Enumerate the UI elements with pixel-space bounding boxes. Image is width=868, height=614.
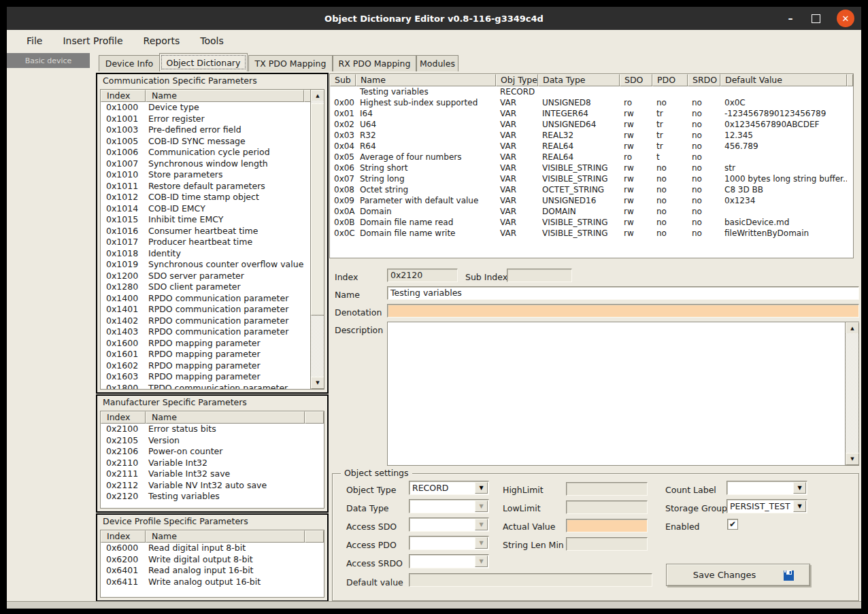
list-item[interactable]: 0x2120Testing variables: [101, 491, 324, 502]
list-item[interactable]: 0x1000Device type: [101, 102, 311, 114]
column-header-pdo[interactable]: PDO: [652, 74, 688, 86]
list-item[interactable]: 0x2105Version: [101, 435, 324, 447]
table-row[interactable]: 0x05Average of four numbersVARREAL64rotn…: [330, 152, 853, 163]
table-row[interactable]: 0x0CDomain file name writeVARVISIBLE_STR…: [330, 228, 853, 239]
list-item[interactable]: 0x1601RPDO mapping parameter: [101, 349, 311, 360]
list-item[interactable]: 0x1011Restore default parameters: [101, 181, 311, 192]
list-item[interactable]: 0x1012COB-ID time stamp object: [101, 192, 311, 203]
column-header-sub[interactable]: Sub: [330, 74, 356, 86]
scroll-down-icon[interactable]: ▼: [311, 377, 324, 389]
table-row[interactable]: 0x0BDomain file name readVARVISIBLE_STRI…: [330, 217, 853, 228]
table-row[interactable]: 0x03R32VARREAL32rwtrno12.345: [330, 130, 853, 141]
list-item[interactable]: 0x6000Read digital input 8-bit: [101, 543, 324, 554]
denotation-field[interactable]: [387, 304, 859, 318]
menu-tools[interactable]: Tools: [190, 33, 234, 49]
storage-group-combobox[interactable]: PERSIST_TEST ▼: [727, 499, 807, 513]
list-item[interactable]: 0x1600RPDO mapping parameter: [101, 338, 311, 349]
minimize-icon[interactable]: –: [786, 15, 795, 22]
high-limit-field[interactable]: [566, 482, 648, 496]
list-item[interactable]: 0x1006Communication cycle period: [101, 147, 311, 158]
column-header-sdo[interactable]: SDO: [620, 74, 652, 86]
table-row[interactable]: 0x04R64VARREAL64rwtrno456.789: [330, 141, 853, 152]
list-item[interactable]: 0x1400RPDO communication parameter: [101, 293, 311, 305]
list-item[interactable]: 0x1402RPDO communication parameter: [101, 315, 311, 327]
description-field[interactable]: ▲ ▼: [387, 322, 859, 466]
scrollbar-thumb[interactable]: [311, 103, 324, 315]
enabled-checkbox[interactable]: ✔: [727, 519, 738, 530]
list-item[interactable]: 0x1018Identity: [101, 248, 311, 260]
count-label-combobox[interactable]: ▼: [727, 481, 807, 495]
list-item[interactable]: 0x1016Consumer heartbeat time: [101, 226, 311, 237]
access-sdo-combobox[interactable]: ▼: [409, 517, 489, 532]
column-header-srdo[interactable]: SRDO: [688, 74, 720, 86]
column-header-index[interactable]: Index: [101, 530, 146, 543]
table-row[interactable]: 0x07String longVARVISIBLE_STRINGrwnono10…: [330, 173, 853, 184]
table-row[interactable]: 0x08Octet stringVAROCTET_STRINGrwnonoC8 …: [330, 184, 853, 195]
list-item[interactable]: 0x1602RPDO mapping parameter: [101, 360, 311, 372]
column-header-name[interactable]: Name: [146, 411, 305, 424]
table-row[interactable]: 0x01I64VARINTEGER64rwtrno-12345678901234…: [330, 108, 853, 119]
low-limit-field[interactable]: [566, 500, 648, 514]
list-item[interactable]: 0x1603RPDO mapping parameter: [101, 371, 311, 383]
list-item[interactable]: 0x1403RPDO communication parameter: [101, 326, 311, 338]
list-item[interactable]: 0x1014COB-ID EMCY: [101, 203, 311, 215]
menu-file[interactable]: File: [16, 33, 52, 49]
tab-rx-pdo-mapping[interactable]: RX PDO Mapping: [333, 55, 416, 71]
column-header-default-value[interactable]: Default Value: [720, 74, 847, 86]
list-item[interactable]: 0x2110Variable Int32: [101, 458, 324, 469]
menu-insert-profile[interactable]: Insert Profile: [52, 33, 133, 49]
column-header-index[interactable]: Index: [101, 411, 146, 424]
access-pdo-combobox[interactable]: ▼: [409, 536, 489, 550]
list-item[interactable]: 0x2106Power-on counter: [101, 446, 324, 458]
scroll-down-icon[interactable]: ▼: [846, 453, 859, 465]
list-item[interactable]: 0x1200SDO server parameter: [101, 271, 311, 282]
list-item[interactable]: 0x1401RPDO communication parameter: [101, 304, 311, 315]
default-value-field[interactable]: [409, 573, 652, 587]
column-header-name[interactable]: Name: [356, 74, 496, 86]
list-item[interactable]: 0x6411Write analog output 16-bit: [101, 577, 324, 588]
table-row[interactable]: 0x06String shortVARVISIBLE_STRINGrwnonos…: [330, 163, 853, 173]
data-type-combobox[interactable]: ▼: [409, 499, 489, 513]
menu-reports[interactable]: Reports: [133, 33, 190, 49]
save-changes-button[interactable]: Save Changes: [666, 564, 810, 586]
sidebar-item-basic-device[interactable]: Basic device: [7, 53, 90, 68]
column-header-obj-type[interactable]: Obj Type: [496, 74, 538, 86]
column-header-name[interactable]: Name: [146, 90, 304, 102]
object-type-combobox[interactable]: RECORD ▼: [409, 481, 489, 495]
tab-object-dictionary[interactable]: Object Dictionary: [159, 53, 248, 71]
access-srdo-combobox[interactable]: ▼: [409, 554, 489, 568]
list-item[interactable]: 0x2111Variable Int32 save: [101, 468, 324, 480]
column-header-data-type[interactable]: Data Type: [538, 74, 620, 86]
maximize-icon[interactable]: [812, 14, 820, 23]
list-item[interactable]: 0x1005COB-ID SYNC message: [101, 136, 311, 148]
list-item[interactable]: 0x1280SDO client parameter: [101, 282, 311, 293]
tab-device-info[interactable]: Device Info: [99, 55, 160, 71]
description-scrollbar[interactable]: ▲ ▼: [845, 322, 858, 465]
list-item[interactable]: 0x6401Read analog input 16-bit: [101, 565, 324, 577]
string-len-min-field[interactable]: [566, 537, 648, 551]
table-row[interactable]: 0x0ADomainVARDOMAINrwnono: [330, 206, 853, 217]
list-item[interactable]: 0x1019Synchronous counter overflow value: [101, 259, 311, 271]
tab-modules[interactable]: Modules: [416, 55, 458, 71]
table-row[interactable]: 0x02U64VARUNSIGNED64rwtrno0x1234567890AB…: [330, 119, 853, 130]
list-item[interactable]: 0x1800TPDO communication parameter: [101, 383, 311, 390]
chevron-down-icon[interactable]: ▼: [793, 500, 806, 512]
chevron-down-icon[interactable]: ▼: [793, 482, 806, 494]
table-row[interactable]: 0x09Parameter with default valueVARUNSIG…: [330, 195, 853, 206]
list-item[interactable]: 0x1003Pre-defined error field: [101, 124, 311, 136]
list-item[interactable]: 0x6200Write digital output 8-bit: [101, 554, 324, 566]
list-item[interactable]: 0x1007Synchronous window length: [101, 158, 311, 170]
list-item[interactable]: 0x1010Store parameters: [101, 169, 311, 181]
list-item[interactable]: 0x2100Error status bits: [101, 424, 324, 435]
chevron-down-icon[interactable]: ▼: [475, 482, 488, 494]
subindex-field[interactable]: [507, 269, 572, 282]
tab-tx-pdo-mapping[interactable]: TX PDO Mapping: [248, 55, 333, 71]
scrollbar[interactable]: ▲ ▼: [310, 90, 324, 389]
column-header-index[interactable]: Index: [101, 90, 146, 102]
name-field[interactable]: Testing variables: [387, 286, 859, 300]
column-header-name[interactable]: Name: [146, 530, 305, 543]
list-item[interactable]: 0x2112Variable NV Int32 auto save: [101, 480, 324, 492]
actual-value-field[interactable]: [566, 519, 648, 532]
close-icon[interactable]: ✕: [837, 10, 854, 27]
index-field[interactable]: 0x2120: [387, 269, 458, 282]
